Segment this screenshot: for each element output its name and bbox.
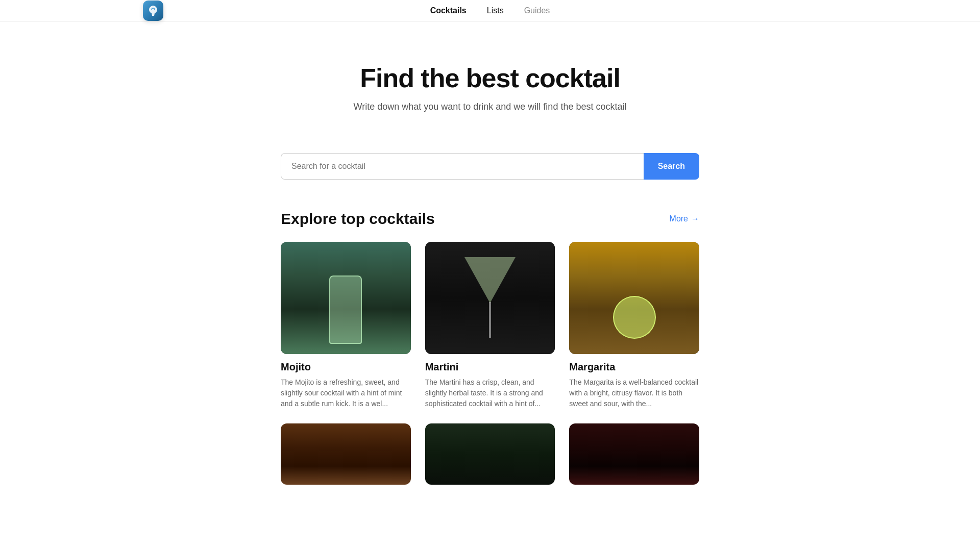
mojito-desc: The Mojito is a refreshing, sweet, and s… [281, 377, 411, 409]
section-header: Explore top cocktails More → [281, 210, 699, 228]
martini-image [425, 242, 555, 354]
cocktail5-image [425, 423, 555, 485]
mojito-name: Mojito [281, 361, 411, 373]
mojito-image [281, 242, 411, 354]
nav-links: Cocktails Lists Guides [430, 6, 550, 15]
search-bar: Search [281, 153, 699, 180]
cocktail-card-5[interactable] [425, 423, 555, 485]
nav-lists[interactable]: Lists [487, 6, 504, 15]
search-section: Search [0, 138, 980, 210]
margarita-image [569, 242, 699, 354]
hero-section: Find the best cocktail Write down what y… [0, 22, 980, 138]
cocktail-card-margarita[interactable]: Margarita The Margarita is a well-balanc… [569, 242, 699, 409]
logo-icon [143, 1, 163, 21]
hero-subtitle: Write down what you want to drink and we… [10, 102, 970, 112]
margarita-desc: The Margarita is a well-balanced cocktai… [569, 377, 699, 409]
arrow-icon: → [691, 214, 699, 223]
cocktail-grid: Mojito The Mojito is a refreshing, sweet… [281, 242, 699, 409]
hero-title: Find the best cocktail [10, 63, 970, 93]
cocktails-section: Explore top cocktails More → Mojito The … [271, 210, 709, 515]
martini-name: Martini [425, 361, 555, 373]
cocktail-grid-row2 [281, 423, 699, 485]
cocktail-card-4[interactable] [281, 423, 411, 485]
navbar: Cocktails Lists Guides [0, 0, 980, 22]
margarita-name: Margarita [569, 361, 699, 373]
cocktail4-image [281, 423, 411, 485]
cocktail-card-6[interactable] [569, 423, 699, 485]
logo[interactable] [143, 1, 163, 21]
more-label: More [670, 214, 688, 223]
cocktail-card-martini[interactable]: Martini The Martini has a crisp, clean, … [425, 242, 555, 409]
search-input[interactable] [281, 153, 644, 180]
nav-guides[interactable]: Guides [524, 6, 550, 15]
martini-desc: The Martini has a crisp, clean, and slig… [425, 377, 555, 409]
search-button[interactable]: Search [644, 153, 699, 180]
nav-cocktails[interactable]: Cocktails [430, 6, 467, 15]
more-link[interactable]: More → [670, 214, 699, 223]
section-title: Explore top cocktails [281, 210, 435, 228]
cocktail-card-mojito[interactable]: Mojito The Mojito is a refreshing, sweet… [281, 242, 411, 409]
cocktail6-image [569, 423, 699, 485]
